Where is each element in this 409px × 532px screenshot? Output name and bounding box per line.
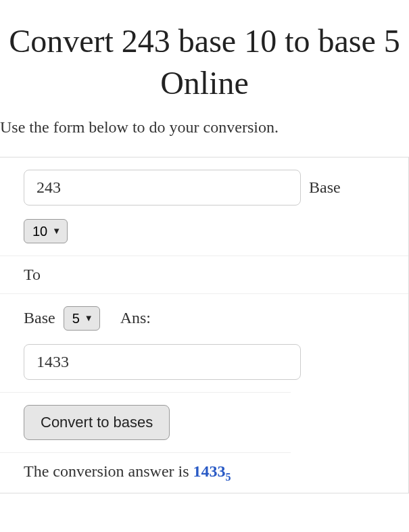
to-row: To bbox=[0, 256, 408, 294]
input-row: Base 10 bbox=[0, 158, 408, 256]
answer-input[interactable] bbox=[24, 344, 301, 380]
button-row: Convert to bases bbox=[0, 392, 291, 453]
instruction-text: Use the form below to do your conversion… bbox=[0, 118, 409, 157]
ans-label: Ans: bbox=[120, 309, 151, 327]
answer-row: The conversion answer is 14335 bbox=[0, 453, 291, 493]
answer-prefix: The conversion answer is bbox=[24, 462, 193, 480]
conversion-form: Base 10 To Base 5 Ans: Convert to bases … bbox=[0, 157, 409, 493]
to-base-select[interactable]: 5 bbox=[64, 306, 100, 331]
to-label: To bbox=[24, 266, 41, 284]
from-base-select-wrap: 10 bbox=[24, 219, 68, 243]
base-label: Base bbox=[309, 178, 341, 197]
answer-subscript: 5 bbox=[226, 471, 231, 483]
to-base-select-wrap: 5 bbox=[64, 306, 100, 331]
answer-value: 1433 bbox=[193, 462, 226, 480]
to-base-label: Base bbox=[24, 309, 55, 327]
from-base-select[interactable]: 10 bbox=[24, 219, 68, 243]
page-title: Convert 243 base 10 to base 5 Online bbox=[0, 0, 409, 118]
output-row: Base 5 Ans: bbox=[0, 294, 408, 392]
convert-button[interactable]: Convert to bases bbox=[24, 405, 170, 440]
number-input[interactable] bbox=[24, 170, 301, 205]
